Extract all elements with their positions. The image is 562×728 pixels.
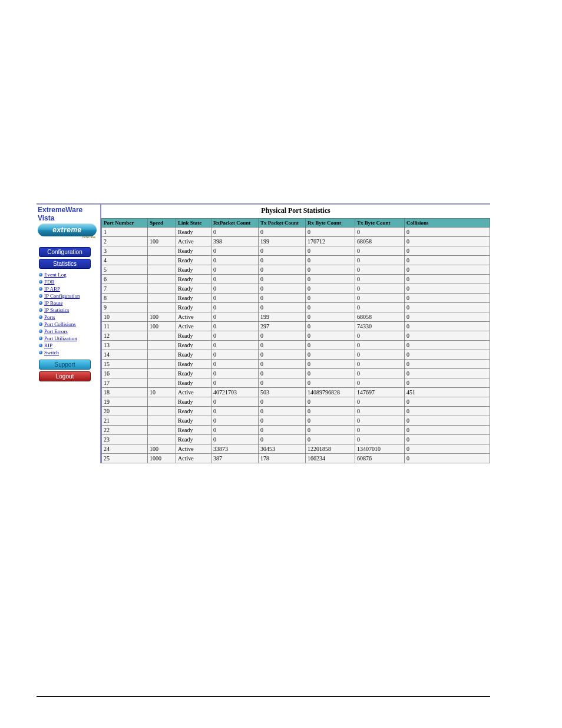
cell-txb: 0 (355, 416, 405, 426)
cell-rxb: 176712 (306, 237, 355, 246)
nav-link[interactable]: IP Statistics (44, 307, 69, 314)
cell-speed (148, 341, 176, 350)
cell-coll: 0 (405, 294, 490, 303)
table-row: 14Ready00000 (102, 350, 490, 360)
cell-speed (148, 350, 176, 360)
cell-port: 13 (102, 341, 148, 350)
nav-link[interactable]: Port Errors (44, 328, 68, 335)
cell-rxb: 0 (306, 303, 355, 312)
nav-link[interactable]: IP Route (44, 299, 62, 307)
cell-txp: 0 (259, 397, 306, 407)
cell-rxp: 0 (211, 426, 259, 435)
cell-txb: 0 (355, 284, 405, 294)
table-row: 19Ready00000 (102, 397, 490, 407)
cell-coll: 0 (405, 360, 490, 369)
cell-port: 16 (102, 369, 148, 378)
nav-item-fdb[interactable]: FDB (39, 278, 100, 285)
cell-txb: 0 (355, 407, 405, 416)
nav-item-ip-arp[interactable]: IP ARP (39, 285, 100, 292)
cell-coll: 0 (405, 397, 490, 407)
cell-coll: 0 (405, 416, 490, 426)
nav-link[interactable]: RIP (44, 342, 52, 349)
brand-title: ExtremeWare Vista (37, 205, 100, 223)
cell-rxb: 0 (306, 397, 355, 407)
cell-txp: 0 (259, 284, 306, 294)
logout-button[interactable]: Logout (39, 371, 91, 381)
nav-link[interactable]: IP ARP (44, 285, 60, 292)
table-row: 9Ready00000 (102, 303, 490, 312)
cell-speed (148, 397, 176, 407)
bullet-icon (39, 344, 42, 347)
cell-port: 6 (102, 275, 148, 284)
cell-port: 25 (102, 454, 148, 463)
nav-item-port-util[interactable]: Port Utilization (39, 335, 100, 342)
cell-txb: 0 (355, 341, 405, 350)
nav-item-port-collisions[interactable]: Port Collisions (39, 321, 100, 328)
cell-txb: 0 (355, 256, 405, 265)
cell-txp: 0 (259, 275, 306, 284)
cell-speed: 10 (148, 388, 176, 397)
cell-coll: 0 (405, 246, 490, 256)
cell-txb: 0 (355, 378, 405, 388)
cell-txp: 0 (259, 350, 306, 360)
statistics-button[interactable]: Statistics (39, 259, 91, 269)
cell-port: 15 (102, 360, 148, 369)
support-button[interactable]: Support (39, 360, 91, 370)
nav-item-ports[interactable]: Ports (39, 314, 100, 321)
cell-link: Ready (176, 265, 211, 275)
cell-txp: 0 (259, 256, 306, 265)
cell-coll: 0 (405, 331, 490, 341)
cell-link: Ready (176, 331, 211, 341)
cell-rxb: 0 (306, 341, 355, 350)
nav-link[interactable]: Port Utilization (44, 335, 77, 342)
cell-speed (148, 256, 176, 265)
cell-port: 21 (102, 416, 148, 426)
cell-rxp: 0 (211, 312, 259, 322)
cell-rxb: 0 (306, 246, 355, 256)
port-statistics-table: Port Number Speed Link State RxPacket Co… (101, 218, 490, 463)
sidebar-main-buttons: Configuration Statistics (39, 247, 91, 269)
bullet-icon (39, 330, 42, 333)
cell-speed (148, 303, 176, 312)
nav-item-ip-stats[interactable]: IP Statistics (39, 307, 100, 314)
th-rx-byte: Rx Byte Count (306, 219, 355, 228)
th-rx-packet: RxPacket Count (211, 219, 259, 228)
cell-port: 12 (102, 331, 148, 341)
table-row: 3Ready00000 (102, 246, 490, 256)
cell-txb: 0 (355, 350, 405, 360)
nav-link[interactable]: Event Log (44, 271, 67, 278)
cell-coll: 0 (405, 444, 490, 454)
cell-rxp: 0 (211, 228, 259, 237)
nav-link[interactable]: Ports (44, 314, 55, 321)
bullet-icon (39, 301, 42, 305)
cell-txb: 0 (355, 265, 405, 275)
cell-txb: 0 (355, 369, 405, 378)
nav-item-event-log[interactable]: Event Log (39, 271, 100, 278)
nav-item-ip-route[interactable]: IP Route (39, 299, 100, 307)
cell-speed: 100 (148, 322, 176, 331)
cell-rxp: 0 (211, 435, 259, 444)
nav-link[interactable]: Port Collisions (44, 321, 76, 328)
nav-item-rip[interactable]: RIP (39, 342, 100, 349)
cell-txp: 30453 (259, 444, 306, 454)
cell-txp: 0 (259, 331, 306, 341)
cell-port: 19 (102, 397, 148, 407)
nav-link[interactable]: Switch (44, 349, 59, 356)
cell-link: Ready (176, 294, 211, 303)
configuration-button[interactable]: Configuration (39, 247, 91, 257)
nav-item-switch[interactable]: Switch (39, 349, 100, 356)
nav-link[interactable]: IP Configuration (44, 292, 80, 299)
main-content: Physical Port Statistics Port Number Spe… (100, 205, 490, 463)
cell-rxb: 0 (306, 407, 355, 416)
cell-speed (148, 294, 176, 303)
table-row: 2100Active398199176712680580 (102, 237, 490, 246)
bullet-icon (39, 273, 42, 276)
cell-rxp: 387 (211, 454, 259, 463)
sidebar-nav-list: Event Log FDB IP ARP IP Configuration IP… (39, 271, 100, 356)
cell-txp: 178 (259, 454, 306, 463)
nav-link[interactable]: FDB (44, 278, 55, 285)
cell-rxp: 0 (211, 378, 259, 388)
nav-item-port-errors[interactable]: Port Errors (39, 328, 100, 335)
nav-item-ip-config[interactable]: IP Configuration (39, 292, 100, 299)
cell-speed (148, 228, 176, 237)
